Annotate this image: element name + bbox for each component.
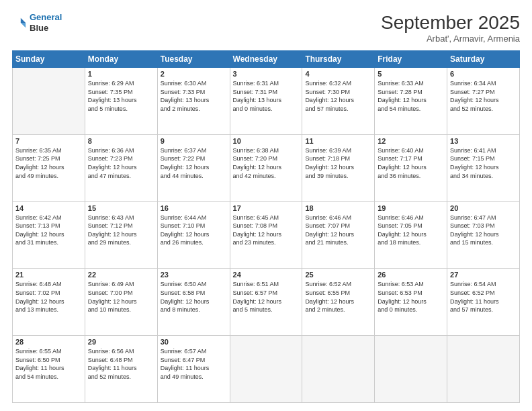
header-tuesday: Tuesday xyxy=(157,51,230,68)
day-info: Sunrise: 6:52 AMSunset: 6:55 PMDaylight:… xyxy=(305,280,371,314)
day-number: 28 xyxy=(15,338,82,346)
day-number: 22 xyxy=(88,271,154,279)
table-row: 2Sunrise: 6:30 AMSunset: 7:33 PMDaylight… xyxy=(157,68,230,135)
table-row: 11Sunrise: 6:39 AMSunset: 7:18 PMDayligh… xyxy=(302,134,375,201)
day-number: 8 xyxy=(88,137,154,145)
table-row: 18Sunrise: 6:46 AMSunset: 7:07 PMDayligh… xyxy=(302,201,375,269)
day-number: 13 xyxy=(450,137,517,145)
day-info: Sunrise: 6:34 AMSunset: 7:27 PMDaylight:… xyxy=(450,79,517,113)
table-row: 30Sunrise: 6:57 AMSunset: 6:47 PMDayligh… xyxy=(157,336,230,403)
day-info: Sunrise: 6:29 AMSunset: 7:35 PMDaylight:… xyxy=(88,79,154,113)
header-sunday: Sunday xyxy=(13,51,85,68)
calendar-week-row: 7Sunrise: 6:35 AMSunset: 7:25 PMDaylight… xyxy=(13,134,520,201)
day-info: Sunrise: 6:32 AMSunset: 7:30 PMDaylight:… xyxy=(305,79,371,113)
table-row: 9Sunrise: 6:37 AMSunset: 7:22 PMDaylight… xyxy=(157,134,230,201)
table-row: 17Sunrise: 6:45 AMSunset: 7:08 PMDayligh… xyxy=(230,201,302,269)
day-info: Sunrise: 6:45 AMSunset: 7:08 PMDaylight:… xyxy=(233,214,300,247)
day-info: Sunrise: 6:47 AMSunset: 7:03 PMDaylight:… xyxy=(450,214,517,247)
day-number: 17 xyxy=(233,204,300,212)
day-info: Sunrise: 6:39 AMSunset: 7:18 PMDaylight:… xyxy=(305,146,371,180)
day-number: 2 xyxy=(161,70,227,78)
table-row: 22Sunrise: 6:49 AMSunset: 7:00 PMDayligh… xyxy=(85,269,157,336)
table-row: 15Sunrise: 6:43 AMSunset: 7:12 PMDayligh… xyxy=(85,201,157,269)
svg-marker-1 xyxy=(21,23,26,28)
logo-line1: General xyxy=(30,12,62,22)
day-info: Sunrise: 6:37 AMSunset: 7:22 PMDaylight:… xyxy=(161,146,227,180)
day-info: Sunrise: 6:48 AMSunset: 7:02 PMDaylight:… xyxy=(15,280,82,314)
day-number: 11 xyxy=(305,137,371,145)
table-row: 20Sunrise: 6:47 AMSunset: 7:03 PMDayligh… xyxy=(447,201,520,269)
table-row: 28Sunrise: 6:55 AMSunset: 6:50 PMDayligh… xyxy=(13,336,85,403)
table-row: 12Sunrise: 6:40 AMSunset: 7:17 PMDayligh… xyxy=(375,134,447,201)
day-info: Sunrise: 6:54 AMSunset: 6:52 PMDaylight:… xyxy=(450,280,517,314)
day-info: Sunrise: 6:38 AMSunset: 7:20 PMDaylight:… xyxy=(233,146,300,180)
weekday-header-row: Sunday Monday Tuesday Wednesday Thursday… xyxy=(13,51,520,68)
logo: General Blue xyxy=(12,12,62,33)
day-info: Sunrise: 6:46 AMSunset: 7:07 PMDaylight:… xyxy=(305,214,371,247)
calendar-title: September 2025 xyxy=(381,12,520,34)
calendar-week-row: 28Sunrise: 6:55 AMSunset: 6:50 PMDayligh… xyxy=(13,336,520,403)
table-row xyxy=(375,336,447,403)
table-row: 27Sunrise: 6:54 AMSunset: 6:52 PMDayligh… xyxy=(447,269,520,336)
logo-text: General Blue xyxy=(30,12,62,33)
table-row: 13Sunrise: 6:41 AMSunset: 7:15 PMDayligh… xyxy=(447,134,520,201)
header-wednesday: Wednesday xyxy=(230,51,302,68)
day-info: Sunrise: 6:42 AMSunset: 7:13 PMDaylight:… xyxy=(15,214,82,247)
day-number: 15 xyxy=(88,204,154,212)
day-number: 14 xyxy=(15,204,82,212)
day-info: Sunrise: 6:30 AMSunset: 7:33 PMDaylight:… xyxy=(161,79,227,113)
table-row: 19Sunrise: 6:46 AMSunset: 7:05 PMDayligh… xyxy=(375,201,447,269)
day-number: 4 xyxy=(305,70,371,78)
calendar-week-row: 1Sunrise: 6:29 AMSunset: 7:35 PMDaylight… xyxy=(13,68,520,135)
day-number: 10 xyxy=(233,137,300,145)
day-number: 6 xyxy=(450,70,517,78)
day-info: Sunrise: 6:56 AMSunset: 6:48 PMDaylight:… xyxy=(88,347,154,381)
day-info: Sunrise: 6:46 AMSunset: 7:05 PMDaylight:… xyxy=(378,214,444,247)
header-saturday: Saturday xyxy=(447,51,520,68)
table-row xyxy=(230,336,302,403)
day-info: Sunrise: 6:36 AMSunset: 7:23 PMDaylight:… xyxy=(88,146,154,180)
table-row: 8Sunrise: 6:36 AMSunset: 7:23 PMDaylight… xyxy=(85,134,157,201)
calendar-subtitle: Arbat', Armavir, Armenia xyxy=(381,34,520,44)
day-number: 3 xyxy=(233,70,300,78)
day-number: 16 xyxy=(161,204,227,212)
day-info: Sunrise: 6:33 AMSunset: 7:28 PMDaylight:… xyxy=(378,79,444,113)
day-number: 18 xyxy=(305,204,371,212)
day-number: 5 xyxy=(378,70,444,78)
day-number: 26 xyxy=(378,271,444,279)
day-number: 20 xyxy=(450,204,517,212)
header-friday: Friday xyxy=(375,51,447,68)
day-number: 12 xyxy=(378,137,444,145)
day-number: 29 xyxy=(88,338,154,346)
day-number: 21 xyxy=(15,271,82,279)
day-number: 7 xyxy=(15,137,82,145)
day-info: Sunrise: 6:55 AMSunset: 6:50 PMDaylight:… xyxy=(15,347,82,381)
day-info: Sunrise: 6:31 AMSunset: 7:31 PMDaylight:… xyxy=(233,79,300,113)
table-row xyxy=(447,336,520,403)
calendar-week-row: 21Sunrise: 6:48 AMSunset: 7:02 PMDayligh… xyxy=(13,269,520,336)
table-row: 5Sunrise: 6:33 AMSunset: 7:28 PMDaylight… xyxy=(375,68,447,135)
day-number: 30 xyxy=(161,338,227,346)
table-row: 26Sunrise: 6:53 AMSunset: 6:53 PMDayligh… xyxy=(375,269,447,336)
header-thursday: Thursday xyxy=(302,51,375,68)
day-info: Sunrise: 6:53 AMSunset: 6:53 PMDaylight:… xyxy=(378,280,444,314)
table-row xyxy=(302,336,375,403)
day-info: Sunrise: 6:41 AMSunset: 7:15 PMDaylight:… xyxy=(450,146,517,180)
table-row: 29Sunrise: 6:56 AMSunset: 6:48 PMDayligh… xyxy=(85,336,157,403)
calendar-table: Sunday Monday Tuesday Wednesday Thursday… xyxy=(12,50,520,403)
day-number: 27 xyxy=(450,271,517,279)
table-row: 23Sunrise: 6:50 AMSunset: 6:58 PMDayligh… xyxy=(157,269,230,336)
header-monday: Monday xyxy=(85,51,157,68)
day-info: Sunrise: 6:51 AMSunset: 6:57 PMDaylight:… xyxy=(233,280,300,314)
day-number: 25 xyxy=(305,271,371,279)
table-row: 21Sunrise: 6:48 AMSunset: 7:02 PMDayligh… xyxy=(13,269,85,336)
day-info: Sunrise: 6:35 AMSunset: 7:25 PMDaylight:… xyxy=(15,146,82,180)
calendar-week-row: 14Sunrise: 6:42 AMSunset: 7:13 PMDayligh… xyxy=(13,201,520,269)
day-number: 24 xyxy=(233,271,300,279)
day-number: 9 xyxy=(161,137,227,145)
day-info: Sunrise: 6:49 AMSunset: 7:00 PMDaylight:… xyxy=(88,280,154,314)
calendar-header: General Blue September 2025 Arbat', Arma… xyxy=(12,12,520,44)
table-row: 10Sunrise: 6:38 AMSunset: 7:20 PMDayligh… xyxy=(230,134,302,201)
svg-marker-0 xyxy=(21,17,26,22)
day-info: Sunrise: 6:50 AMSunset: 6:58 PMDaylight:… xyxy=(161,280,227,314)
